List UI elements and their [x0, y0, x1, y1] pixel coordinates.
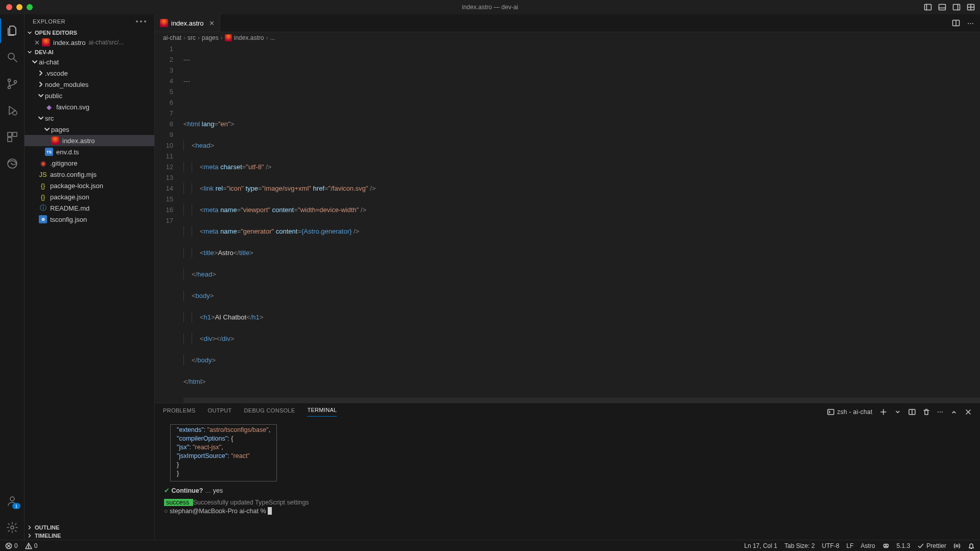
file-index-astro[interactable]: index.astro [25, 135, 154, 146]
chevron-right-icon: › [221, 34, 223, 41]
folder-ai-chat[interactable]: ai-chat [25, 56, 154, 67]
section-outline[interactable]: OUTLINE [25, 523, 154, 532]
panel-tab-terminal[interactable]: TERMINAL [307, 407, 337, 417]
svg-point-19 [8, 159, 17, 168]
folder-src[interactable]: src [25, 112, 154, 124]
maximize-window-icon[interactable] [27, 4, 33, 10]
svg-point-9 [8, 53, 14, 59]
terminal-success-badge: success [164, 499, 193, 506]
breadcrumb-segment[interactable]: pages [202, 34, 219, 41]
svg-rect-18 [8, 137, 12, 142]
more-actions-icon[interactable]: ⋯ [967, 19, 974, 27]
activity-search[interactable] [0, 45, 25, 70]
minimize-window-icon[interactable] [16, 4, 22, 10]
section-open-editors[interactable]: OPEN EDITORS [25, 29, 154, 37]
toggle-primary-sidebar-icon[interactable] [924, 3, 932, 11]
file-label: env.d.ts [56, 148, 79, 156]
status-copilot[interactable] [882, 542, 890, 549]
astro-file-icon [51, 136, 59, 145]
explorer-more-icon[interactable] [136, 20, 146, 22]
activity-source-control[interactable] [0, 72, 25, 96]
split-editor-icon[interactable] [952, 19, 960, 27]
status-notifications[interactable] [968, 542, 975, 549]
folder-label: .vscode [45, 70, 68, 77]
ts-file-icon: TS [45, 148, 53, 156]
file-readme[interactable]: ⓘ README.md [25, 202, 154, 214]
breadcrumb-segment[interactable]: ai-chat [163, 34, 181, 41]
file-favicon[interactable]: ◆ favicon.svg [25, 101, 154, 112]
svg-point-39 [885, 544, 888, 546]
svg-rect-16 [8, 132, 12, 136]
section-timeline[interactable]: TIMELINE [25, 532, 154, 540]
kill-terminal-icon[interactable] [923, 408, 930, 416]
file-label: index.astro [62, 137, 95, 145]
terminal-name[interactable]: zsh - ai-chat [827, 408, 872, 416]
toggle-secondary-sidebar-icon[interactable] [952, 3, 961, 11]
open-editor-item[interactable]: ✕ index.astro ai-chat/src/... [25, 37, 154, 48]
file-label: package-lock.json [50, 182, 103, 190]
maximize-panel-icon[interactable] [950, 408, 958, 416]
toggle-panel-icon[interactable] [938, 3, 946, 11]
close-editor-icon[interactable]: ✕ [33, 38, 41, 47]
terminal-icon [827, 408, 834, 416]
status-prettier[interactable]: Prettier [917, 542, 946, 549]
activity-accounts[interactable]: 1 [0, 489, 25, 513]
activity-run-debug[interactable] [0, 98, 25, 123]
status-feedback[interactable] [953, 542, 961, 549]
tab-index-astro[interactable]: index.astro ✕ [155, 14, 220, 32]
chevron-down-icon [27, 49, 33, 55]
status-language[interactable]: Astro [861, 542, 875, 549]
customize-layout-icon[interactable] [967, 3, 975, 11]
activity-explorer[interactable] [0, 18, 25, 43]
close-window-icon[interactable] [6, 4, 12, 10]
breadcrumb-segment[interactable]: src [188, 34, 196, 41]
panel-tab-output[interactable]: OUTPUT [208, 407, 232, 417]
terminal-content[interactable]: "extends": "astro/tsconfigs/base", "comp… [155, 420, 980, 540]
breadcrumbs[interactable]: ai-chat › src › pages › index.astro › ..… [155, 32, 980, 43]
breadcrumb-segment[interactable]: index.astro [234, 34, 264, 41]
split-terminal-icon[interactable] [908, 408, 916, 416]
new-terminal-icon[interactable] [880, 408, 887, 416]
search-icon [6, 51, 18, 63]
terminal-dropdown-icon[interactable] [894, 408, 901, 416]
status-warnings[interactable]: 0 [25, 542, 38, 549]
file-gitignore[interactable]: ◉ .gitignore [25, 157, 154, 169]
folder-public[interactable]: public [25, 90, 154, 101]
file-label: README.md [50, 204, 89, 212]
file-label: astro.config.mjs [50, 171, 97, 178]
status-bar: 0 0 Ln 17, Col 1 Tab Size: 2 UTF-8 LF As… [0, 540, 980, 551]
file-astro-config[interactable]: JS astro.config.mjs [25, 169, 154, 180]
close-panel-icon[interactable] [965, 408, 972, 416]
section-workspace[interactable]: DEV-AI [25, 48, 154, 56]
folder-vscode[interactable]: .vscode [25, 67, 154, 79]
git-file-icon: ◉ [39, 159, 47, 167]
svg-rect-17 [13, 132, 17, 136]
activity-extensions[interactable] [0, 125, 25, 149]
folder-pages[interactable]: pages [25, 124, 154, 135]
terminal-more-icon[interactable]: ⋯ [937, 408, 943, 416]
close-tab-icon[interactable]: ✕ [209, 19, 215, 27]
status-encoding[interactable]: UTF-8 [822, 542, 839, 549]
file-env-dts[interactable]: TS env.d.ts [25, 146, 154, 157]
line-gutter: 1234567891011121314151617 [155, 43, 183, 403]
panel-tab-debug-console[interactable]: DEBUG CONSOLE [244, 407, 295, 417]
status-errors[interactable]: 0 [5, 542, 18, 549]
activity-settings[interactable] [0, 515, 25, 540]
status-version[interactable]: 5.1.3 [897, 542, 911, 549]
chevron-right-icon [37, 69, 45, 77]
folder-node-modules[interactable]: node_modules [25, 79, 154, 90]
status-eol[interactable]: LF [847, 542, 854, 549]
svg-point-40 [956, 545, 958, 547]
status-tab-size[interactable]: Tab Size: 2 [784, 542, 814, 549]
chevron-right-icon: › [266, 34, 268, 41]
activity-edge-tools[interactable] [0, 151, 25, 176]
file-package-json[interactable]: {} package.json [25, 191, 154, 202]
file-package-lock[interactable]: {} package-lock.json [25, 180, 154, 191]
status-cursor-position[interactable]: Ln 17, Col 1 [744, 542, 777, 549]
json-file-icon: {} [39, 193, 47, 201]
breadcrumb-segment[interactable]: ... [270, 34, 275, 41]
code-content[interactable]: --- --- <html lang="en"> <head> <meta ch… [183, 43, 980, 403]
panel-tab-problems[interactable]: PROBLEMS [163, 407, 196, 417]
code-editor[interactable]: 1234567891011121314151617 --- --- <html … [155, 43, 980, 403]
file-tsconfig[interactable]: ⚙ tsconfig.json [25, 214, 154, 225]
